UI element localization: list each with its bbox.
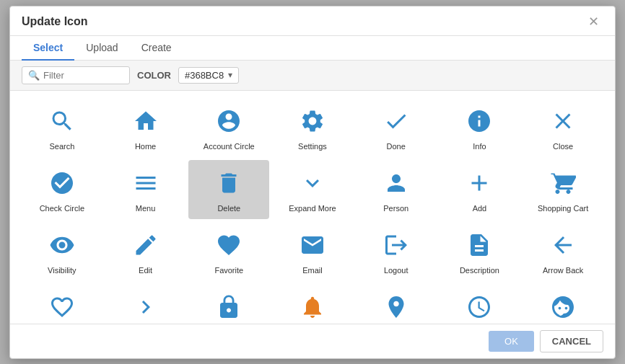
icon-cell-lock[interactable]: Lock <box>188 284 269 323</box>
icons-area[interactable]: Search Home Account Circle <box>10 91 615 324</box>
arrow-back-icon <box>547 229 579 261</box>
icons-grid: Search Home Account Circle <box>22 98 603 324</box>
settings-icon <box>297 105 328 137</box>
home-icon-label: Home <box>135 141 156 151</box>
icon-cell-delete[interactable]: Delete <box>188 160 269 219</box>
filter-input-wrap: 🔍 <box>22 66 130 84</box>
filter-row: 🔍 COLOR #368BC8 ▾ <box>10 61 615 91</box>
add-icon-label: Add <box>473 203 487 213</box>
tab-upload[interactable]: Upload <box>74 36 129 61</box>
close-button[interactable]: ✕ <box>584 14 603 30</box>
filter-input[interactable] <box>43 70 123 81</box>
icon-cell-schedule[interactable]: Schedule <box>440 284 520 323</box>
filter-search-icon: 🔍 <box>28 70 40 81</box>
done-icon-label: Done <box>387 141 406 151</box>
schedule-icon <box>463 291 495 323</box>
shopping-cart-icon-label: Shopping Cart <box>538 203 588 213</box>
icon-cell-chevron-right[interactable]: Chevron Right <box>105 284 186 323</box>
menu-icon-label: Menu <box>136 203 156 213</box>
add-icon <box>463 167 495 199</box>
chevron-right-icon <box>130 291 162 323</box>
delete-icon-label: Delete <box>217 203 240 213</box>
logout-icon <box>380 229 412 261</box>
icon-cell-logout[interactable]: Logout <box>356 222 437 281</box>
email-icon <box>297 229 328 261</box>
icon-cell-home[interactable]: Home <box>105 98 186 157</box>
info-icon-label: Info <box>473 141 486 151</box>
edit-icon <box>130 229 162 261</box>
email-icon-label: Email <box>302 265 323 275</box>
icon-cell-person[interactable]: Person <box>356 160 437 219</box>
icon-cell-edit[interactable]: Edit <box>105 222 186 281</box>
dialog-footer: OK CANCEL <box>10 324 615 358</box>
settings-icon-label: Settings <box>298 141 327 151</box>
icon-cell-add[interactable]: Add <box>440 160 520 219</box>
ok-button[interactable]: OK <box>489 331 534 352</box>
icon-cell-menu[interactable]: Menu <box>105 160 186 219</box>
icon-cell-search[interactable]: Search <box>22 98 102 157</box>
icon-cell-location-on[interactable]: Location On <box>356 284 437 323</box>
tab-create[interactable]: Create <box>130 36 183 61</box>
dialog-tabs: Select Upload Create <box>10 36 615 61</box>
icon-cell-favorite[interactable]: Favorite <box>188 222 269 281</box>
check-circle-icon <box>46 167 78 199</box>
icon-cell-info[interactable]: Info <box>440 98 520 157</box>
logout-icon-label: Logout <box>384 265 408 275</box>
notifications-icon <box>297 291 328 323</box>
icon-cell-expand-more[interactable]: Expand More <box>272 160 353 219</box>
expand-more-icon-label: Expand More <box>289 203 336 213</box>
person-icon <box>380 167 412 199</box>
tab-select[interactable]: Select <box>22 36 74 61</box>
icon-cell-close[interactable]: Close <box>523 98 603 157</box>
icon-cell-shopping-cart[interactable]: Shopping Cart <box>523 160 603 219</box>
menu-icon <box>130 167 162 199</box>
icon-cell-account-circle[interactable]: Account Circle <box>188 98 269 157</box>
account-circle-icon-label: Account Circle <box>204 141 255 151</box>
dialog-overlay: Update Icon ✕ Select Upload Create 🔍 COL… <box>0 0 625 364</box>
search-icon-label: Search <box>49 141 74 151</box>
icon-cell-face[interactable]: Face <box>523 284 603 323</box>
color-value: #368BC8 <box>185 70 224 81</box>
description-icon <box>463 229 495 261</box>
close-icon-label: Close <box>553 141 573 151</box>
face-icon <box>547 291 579 323</box>
visibility-icon-label: Visibility <box>48 265 77 275</box>
favorite-icon <box>213 229 245 261</box>
edit-icon-label: Edit <box>139 265 152 275</box>
update-icon-dialog: Update Icon ✕ Select Upload Create 🔍 COL… <box>9 6 616 359</box>
account-circle-icon <box>213 105 245 137</box>
color-label: COLOR <box>137 70 171 81</box>
location-on-icon <box>380 291 412 323</box>
favorite-icon-label: Favorite <box>214 265 243 275</box>
favorite-border-icon <box>46 291 78 323</box>
icon-cell-check-circle[interactable]: Check Circle <box>22 160 102 219</box>
done-icon <box>380 105 412 137</box>
lock-icon <box>213 291 245 323</box>
info-icon <box>463 105 495 137</box>
icon-cell-done[interactable]: Done <box>356 98 437 157</box>
check-circle-icon-label: Check Circle <box>40 203 84 213</box>
dialog-header: Update Icon ✕ <box>10 6 615 36</box>
icon-cell-settings[interactable]: Settings <box>272 98 353 157</box>
description-icon-label: Description <box>460 265 499 275</box>
person-icon-label: Person <box>383 203 408 213</box>
delete-icon <box>213 167 245 199</box>
shopping-cart-icon <box>547 167 579 199</box>
dialog-title: Update Icon <box>22 15 88 28</box>
color-dropdown-arrow[interactable]: ▾ <box>228 70 232 80</box>
icon-cell-arrow-back[interactable]: Arrow Back <box>523 222 603 281</box>
search-icon <box>46 105 78 137</box>
visibility-icon <box>46 229 78 261</box>
cancel-button[interactable]: CANCEL <box>540 330 603 352</box>
expand-more-icon <box>297 167 328 199</box>
arrow-back-icon-label: Arrow Back <box>543 265 583 275</box>
icon-cell-description[interactable]: Description <box>440 222 520 281</box>
icon-cell-email[interactable]: Email <box>272 222 353 281</box>
icon-cell-favorite-border[interactable]: Favorite Border <box>22 284 102 323</box>
home-icon <box>130 105 162 137</box>
icon-cell-visibility[interactable]: Visibility <box>22 222 102 281</box>
icon-cell-notifications[interactable]: Notifications <box>272 284 353 323</box>
close-icon <box>547 105 579 137</box>
color-select-wrap[interactable]: #368BC8 ▾ <box>178 67 239 84</box>
